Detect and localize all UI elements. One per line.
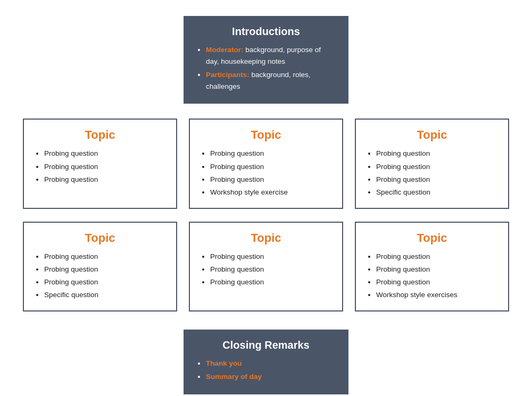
intro-title: Introductions — [196, 26, 336, 38]
list-item: Probing question — [210, 161, 331, 173]
list-item-specific: Specific question — [44, 289, 165, 301]
list-item: Probing question — [376, 263, 497, 276]
closing-bullet-1: Thank you — [206, 358, 336, 369]
closing-list: Thank you Summary of day — [196, 358, 336, 383]
list-item: Probing question — [44, 161, 165, 173]
closing-text-2: Summary of day — [206, 373, 262, 381]
closing-bullet-2: Summary of day — [206, 371, 336, 383]
topic-title-1-3: Topic — [367, 128, 497, 142]
list-item-workshop: Workshop style exercise — [210, 186, 331, 199]
page-wrapper: Introductions Moderator: background, pur… — [11, 11, 521, 394]
intro-bullet-1: Moderator: background, purpose of day, h… — [206, 44, 336, 67]
list-item: Probing question — [210, 276, 331, 289]
list-item: Probing question — [44, 173, 165, 186]
topic-list-2-2: Probing question Probing question Probin… — [201, 250, 331, 289]
topic-card-1-3: Topic Probing question Probing question … — [355, 119, 509, 208]
topic-list-1-1: Probing question Probing question Probin… — [35, 147, 165, 186]
closing-text-1: Thank you — [206, 359, 242, 367]
topic-title-2-3: Topic — [367, 231, 497, 245]
closing-title: Closing Remarks — [196, 339, 336, 351]
topic-card-2-3: Topic Probing question Probing question … — [355, 222, 509, 311]
list-item: Probing question — [210, 263, 331, 276]
intro-label-2: Participants: — [206, 71, 250, 79]
topic-title-2-2: Topic — [201, 231, 331, 245]
closing-row: Closing Remarks Thank you Summary of day — [184, 330, 348, 394]
list-item-workshop: Workshop style exercises — [376, 289, 497, 301]
topic-list-1-3: Probing question Probing question Probin… — [367, 147, 497, 199]
list-item: Probing question — [44, 250, 165, 263]
topic-row-1: Topic Probing question Probing question … — [11, 119, 521, 208]
intro-label-1: Moderator: — [206, 46, 244, 54]
list-item: Probing question — [376, 173, 497, 186]
closing-box: Closing Remarks Thank you Summary of day — [184, 330, 348, 394]
topic-card-1-1: Topic Probing question Probing question … — [23, 119, 177, 208]
list-item: Probing question — [210, 173, 331, 186]
topic-title-1-2: Topic — [201, 128, 331, 142]
topic-card-2-1: Topic Probing question Probing question … — [23, 222, 177, 311]
list-item: Probing question — [376, 147, 497, 160]
topic-list-2-1: Probing question Probing question Probin… — [35, 250, 165, 302]
list-item: Probing question — [44, 263, 165, 276]
topic-list-1-2: Probing question Probing question Probin… — [201, 147, 331, 199]
list-item-specific: Specific question — [376, 186, 497, 199]
list-item: Probing question — [210, 147, 331, 160]
intro-bullet-2: Participants: background, roles, challen… — [206, 69, 336, 92]
topic-card-1-2: Topic Probing question Probing question … — [189, 119, 343, 208]
list-item: Probing question — [376, 250, 497, 263]
list-item: Probing question — [376, 161, 497, 173]
topic-title-1-1: Topic — [35, 128, 165, 142]
intro-box: Introductions Moderator: background, pur… — [184, 16, 348, 104]
topic-list-2-3: Probing question Probing question Probin… — [367, 250, 497, 302]
topic-row-2: Topic Probing question Probing question … — [11, 222, 521, 311]
list-item: Probing question — [376, 276, 497, 289]
topic-title-2-1: Topic — [35, 231, 165, 245]
topic-card-2-2: Topic Probing question Probing question … — [189, 222, 343, 311]
list-item: Probing question — [44, 276, 165, 289]
list-item: Probing question — [210, 250, 331, 263]
list-item: Probing question — [44, 147, 165, 160]
intro-list: Moderator: background, purpose of day, h… — [196, 44, 336, 92]
intro-row: Introductions Moderator: background, pur… — [184, 16, 348, 104]
